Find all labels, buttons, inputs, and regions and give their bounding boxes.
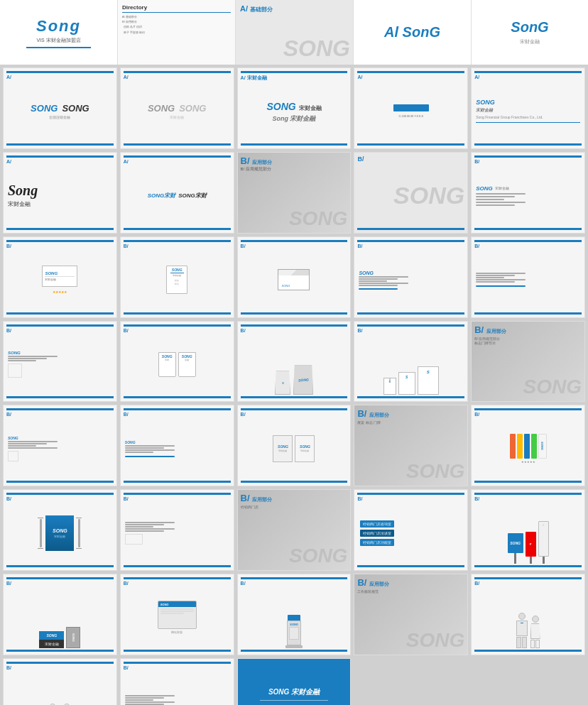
card-form[interactable]: B/ SONG bbox=[120, 405, 234, 486]
card-b-watermark[interactable]: B/ SONG bbox=[354, 152, 468, 234]
card-suit[interactable]: B/ bbox=[3, 658, 117, 705]
card-business-card[interactable]: B/ SONG 宋财金融 ★★★★★ bbox=[3, 236, 117, 318]
card-thanks[interactable]: SONG 宋财金融 THANKS bbox=[237, 658, 352, 705]
card-small-logos[interactable]: A/ SONG宋财 SONG宋财 bbox=[120, 152, 234, 234]
card-logo-gray[interactable]: A/ SONG SONG 宋财金融 bbox=[120, 67, 234, 149]
card-text-spec[interactable]: A/ SONG 宋财金融 Song Financial Group Franch… bbox=[471, 67, 585, 149]
card-nav-signs[interactable]: B/ 经销商门店咨询室 经销商门店洽谈室 经销商门店功能室 bbox=[354, 489, 468, 571]
card-cup[interactable]: B/ S SONG bbox=[237, 321, 352, 403]
card-card-holder[interactable]: B/ SONG 宋财 SONG 金融 bbox=[120, 321, 234, 403]
card-sign-colorful[interactable]: B/ SONG ★★★★★ bbox=[471, 405, 585, 486]
card-doc[interactable]: B/ bbox=[471, 236, 585, 318]
card-bags[interactable]: B/ S S S bbox=[354, 321, 468, 403]
card-song-dark-large[interactable]: A/ Song 宋财金融 bbox=[3, 152, 117, 234]
card-section-b[interactable]: B/ 应用部分 B/ 应用规范部分 SONG bbox=[237, 152, 352, 234]
main-grid: A/ SONG SONG 全国连锁金融 A/ SONG SONG 宋财金融 bbox=[0, 65, 588, 705]
card-logo-two-song[interactable]: A/ SONG SONG 全国连锁金融 bbox=[3, 67, 117, 149]
card-badge[interactable]: B/ SONG 宋财金融 姓名 职位 bbox=[120, 236, 234, 318]
card-section-b2[interactable]: B/ 应用部分 B/ 应用规范部分标志门牌导示 SONG bbox=[471, 321, 585, 403]
song-header-right: SonG bbox=[511, 19, 548, 35]
card-color-swatch[interactable]: A/ C:100 M:30 Y:0 K:0 bbox=[354, 67, 468, 149]
card-envelope[interactable]: B/ SONG bbox=[237, 236, 352, 318]
header-logo: Song bbox=[36, 17, 81, 35]
card-uniform[interactable]: B/ bbox=[471, 574, 585, 655]
card-song-finance[interactable]: A/ 宋财金融 SONG 宋财金融 Song 宋财金融 bbox=[237, 67, 352, 149]
card-digital[interactable]: B/ SONG 网站界面 bbox=[120, 574, 234, 655]
card-signage[interactable]: B/ SONG 宋财金融 SONG bbox=[3, 574, 117, 655]
card-doc3[interactable]: B/ bbox=[120, 489, 234, 571]
card-section-b3b[interactable]: B/ 应用部分 经销商门店 SONG bbox=[237, 489, 352, 571]
card-packaging[interactable]: B/ SONG 宋财金融 SONG 宋财金融 bbox=[237, 405, 352, 486]
card-b-letterhead[interactable]: B/ SONG 宋财金融 bbox=[471, 152, 585, 234]
top-header: Song VIS 宋财金融加盟店 Directory A/ 基础部分 B/ 应用… bbox=[0, 0, 588, 65]
card-kiosk[interactable]: B/ SONG bbox=[237, 574, 352, 655]
card-letterhead2[interactable]: B/ SONG bbox=[354, 236, 468, 318]
card-banner[interactable]: B/ SONG 宋财金融 bbox=[3, 489, 117, 571]
card-section-b3[interactable]: B/ 应用部分 展架 标志 门牌 SONG bbox=[354, 405, 468, 486]
card-outdoor-signs[interactable]: B/ SONG P → bbox=[471, 489, 585, 571]
card-section-b4[interactable]: B/ 应用部分 工作服装规范 SONG bbox=[354, 574, 468, 655]
vis-title: VIS 宋财金融加盟店 bbox=[36, 37, 80, 44]
al-song-header: Al SonG bbox=[384, 24, 440, 40]
card-paper[interactable]: B/ SONG bbox=[3, 321, 117, 403]
card-doc2[interactable]: B/ SONG bbox=[3, 405, 117, 486]
card-doc4[interactable]: B/ bbox=[120, 658, 234, 705]
